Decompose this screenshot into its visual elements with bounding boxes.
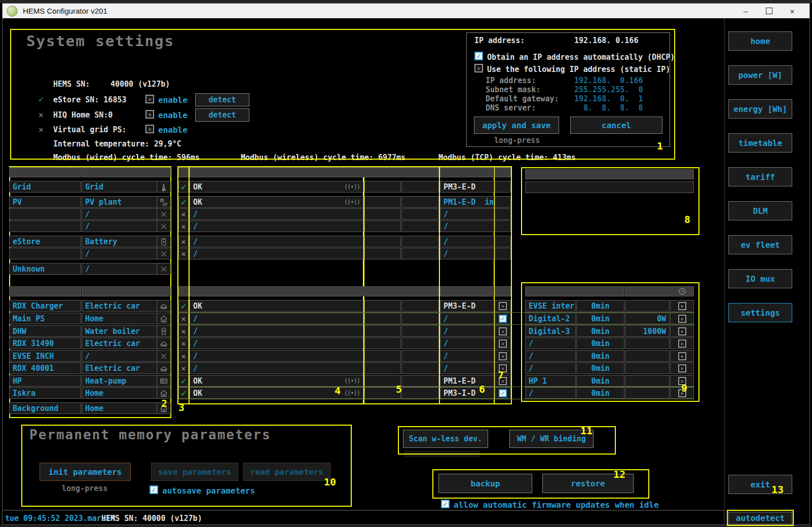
cancel-button[interactable]: cancel (570, 117, 662, 134)
output-name-cell[interactable]: / (525, 337, 576, 349)
output-timer-cell[interactable]: ✕ (670, 313, 694, 324)
new-device-slot[interactable] (525, 181, 694, 193)
output-timer-cell[interactable]: ✕ (670, 337, 694, 349)
sub-checkbox[interactable]: ✕ (499, 327, 507, 335)
subnet-mask-value[interactable]: 255.255.255. 0 (574, 85, 643, 94)
consumer-add-button[interactable] (364, 350, 401, 362)
sidebar-item-timetable[interactable]: timetable (728, 133, 792, 153)
dhcp-checkbox[interactable]: ✓ (474, 52, 483, 60)
sub-checkbox[interactable]: ✓ (499, 315, 507, 323)
static-ip-checkbox[interactable]: ✕ (474, 64, 483, 72)
consumer-meter-cell[interactable]: PM3-E-D (440, 300, 494, 312)
output-name-cell[interactable]: EVSE inter. (525, 300, 576, 312)
source-del-button[interactable] (401, 236, 439, 247)
output-timer-cell[interactable]: ✕ (670, 350, 694, 362)
output-pnominal-cell[interactable] (625, 350, 670, 362)
firmware-updates-checkbox[interactable]: ✓ (441, 500, 450, 508)
dns-server-value[interactable]: 8. 8. 8. 8 (574, 103, 643, 112)
consumer-del-button[interactable] (401, 300, 439, 312)
consumer-meter-cell[interactable]: / (440, 350, 494, 362)
output-mantime-cell[interactable]: 0min (576, 325, 624, 337)
source-add-button[interactable] (364, 236, 401, 247)
source-del-button[interactable] (401, 181, 439, 193)
output-mantime-cell[interactable]: 0min (576, 300, 624, 312)
backup-button[interactable]: backup (438, 474, 532, 493)
scan-wireless-button[interactable]: Scan w-less dev. (403, 430, 488, 448)
maximize-button[interactable] (757, 4, 781, 18)
source-meter-cell[interactable]: PM1-E-D in (440, 196, 494, 208)
consumer-sub-cell[interactable]: ✕ (495, 350, 511, 362)
read-parameters-button[interactable]: read parameters (243, 463, 330, 481)
source-meter-cell[interactable]: / (440, 220, 494, 232)
source-add-button[interactable] (364, 220, 401, 232)
consumer-del-button[interactable] (401, 325, 439, 337)
hiq-detect-button[interactable]: detect (195, 108, 249, 122)
consumer-sub-cell[interactable]: ✕ (495, 337, 511, 349)
apply-and-save-button[interactable]: apply and save (474, 117, 559, 134)
consumer-del-button[interactable] (401, 313, 439, 324)
output-name-cell[interactable]: Digital-2 (525, 313, 576, 324)
sidebar-item-tariff[interactable]: tariff (728, 167, 792, 186)
output-pnominal-cell[interactable] (625, 387, 670, 399)
output-pnominal-cell[interactable] (625, 375, 670, 387)
timer-checkbox[interactable]: ✕ (678, 364, 686, 372)
consumer-add-button[interactable] (364, 337, 401, 349)
output-name-cell[interactable]: / (525, 362, 576, 374)
sidebar-item-energy-wh-[interactable]: energy [Wh] (728, 99, 792, 119)
output-name-cell[interactable]: / (525, 387, 576, 399)
sub-checkbox[interactable]: ✕ (499, 340, 507, 348)
sidebar-item-home[interactable]: home (728, 31, 792, 51)
consumer-add-button[interactable] (364, 362, 401, 374)
sidebar-item-settings[interactable]: settings (728, 303, 792, 322)
consumer-del-button[interactable] (401, 350, 439, 362)
output-pnominal-cell[interactable]: 1000W (625, 325, 670, 337)
output-mantime-cell[interactable]: 0min (576, 375, 624, 387)
consumer-meter-cell[interactable]: / (440, 313, 494, 324)
sub-checkbox[interactable]: ✕ (499, 302, 507, 310)
consumer-meter-cell[interactable]: / (440, 325, 494, 337)
static-ip-row-value[interactable]: 192.168. 0.166 (574, 76, 643, 85)
save-parameters-button[interactable]: save parameters (151, 463, 238, 481)
default-gateway-value[interactable]: 192.168. 0. 1 (574, 94, 643, 103)
consumer-sub-cell[interactable]: ✓ (495, 313, 511, 324)
source-meter-cell[interactable]: / (440, 208, 494, 220)
consumer-meter-cell[interactable]: / (440, 362, 494, 374)
sub-checkbox[interactable]: ✓ (499, 389, 507, 397)
output-name-cell[interactable]: Digital-3 (525, 325, 576, 337)
source-del-button[interactable] (401, 208, 439, 220)
init-parameters-button[interactable]: init parameters (40, 463, 131, 481)
sidebar-item-ev-fleet[interactable]: ev fleet (728, 235, 792, 254)
source-add-button[interactable] (364, 208, 401, 220)
source-meter-cell[interactable]: PM3-E-D (440, 181, 494, 193)
estore-enable-checkbox[interactable]: ✕ (145, 95, 154, 103)
hiq-enable-checkbox[interactable]: ✕ (145, 110, 154, 119)
timer-checkbox[interactable]: ✕ (678, 352, 686, 360)
timer-checkbox[interactable]: ✕ (678, 327, 686, 335)
source-del-button[interactable] (401, 220, 439, 232)
output-mantime-cell[interactable]: 0min (576, 362, 624, 374)
sidebar-item-power-w-[interactable]: power [W] (728, 65, 792, 85)
consumer-sub-cell[interactable]: ✓ (495, 387, 511, 399)
output-mantime-cell[interactable]: 0min (576, 313, 624, 324)
source-add-button[interactable] (364, 248, 401, 259)
timer-checkbox[interactable]: ✕ (678, 340, 686, 348)
autodetect-button[interactable]: autodetect (728, 512, 792, 524)
output-name-cell[interactable]: HP 1 (525, 375, 576, 387)
output-timer-cell[interactable]: ✕ (670, 300, 694, 312)
consumer-sub-cell[interactable]: ✕ (495, 325, 511, 337)
output-pnominal-cell[interactable] (625, 300, 670, 312)
consumer-add-button[interactable] (364, 325, 401, 337)
timer-checkbox[interactable]: ✕ (678, 315, 686, 323)
consumer-del-button[interactable] (401, 362, 439, 374)
output-name-cell[interactable]: / (525, 350, 576, 362)
consumer-add-button[interactable] (364, 313, 401, 324)
output-mantime-cell[interactable]: 0min (576, 337, 624, 349)
timer-checkbox[interactable]: ✕ (678, 302, 686, 310)
consumer-meter-cell[interactable]: / (440, 337, 494, 349)
output-pnominal-cell[interactable] (625, 362, 670, 374)
output-mantime-cell[interactable]: 0min (576, 350, 624, 362)
source-del-button[interactable] (401, 196, 439, 208)
output-pnominal-cell[interactable]: 0W (625, 313, 670, 324)
source-add-button[interactable] (364, 181, 401, 193)
source-meter-cell[interactable]: / (440, 236, 494, 247)
